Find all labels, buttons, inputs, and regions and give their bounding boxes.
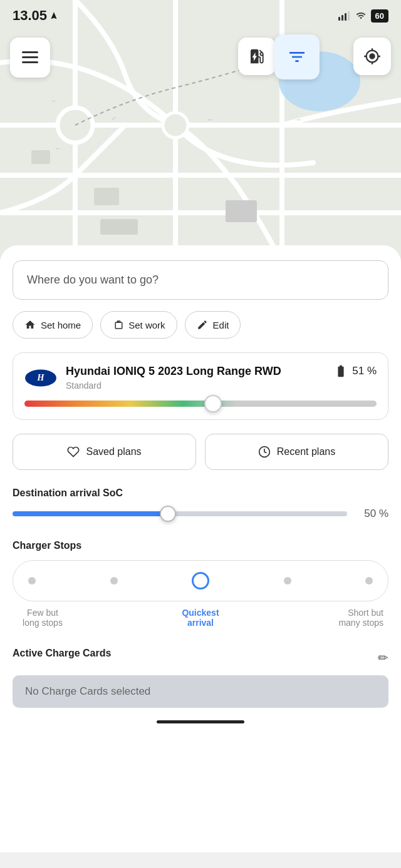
destination-soc-section: Destination arrival SoC 50 % bbox=[13, 488, 388, 520]
svg-rect-3 bbox=[348, 11, 350, 21]
vehicle-name: Hyundai IONIQ 5 2023 Long Range RWD bbox=[66, 364, 281, 379]
navigation-icon bbox=[49, 11, 58, 20]
destination-soc-label: Destination arrival SoC bbox=[13, 488, 388, 499]
wifi-icon bbox=[355, 11, 367, 21]
status-bar: 13.05 60 bbox=[0, 0, 401, 31]
action-buttons: Saved plans Recent plans bbox=[13, 434, 388, 470]
svg-text:→: → bbox=[294, 115, 302, 124]
stop-dot-3[interactable] bbox=[192, 572, 209, 590]
stop-label-few: Few butlong stops bbox=[18, 608, 68, 628]
briefcase-icon bbox=[112, 319, 123, 330]
search-bar[interactable]: Where do you want to go? bbox=[13, 260, 388, 300]
stop-label-mid bbox=[96, 608, 147, 628]
stop-dot-1[interactable] bbox=[28, 577, 36, 585]
map-background: ← ← → ↑ ↓ bbox=[0, 0, 401, 263]
charger-stops-section: Charger Stops Few butlong stops Quickest… bbox=[13, 540, 388, 628]
crosshair-icon bbox=[363, 48, 381, 65]
svg-point-12 bbox=[163, 113, 188, 138]
charger-stops-label: Charger Stops bbox=[13, 540, 388, 551]
vehicle-header: H Hyundai IONIQ 5 2023 Long Range RWD St… bbox=[24, 364, 377, 391]
recent-plans-label: Recent plans bbox=[277, 446, 335, 457]
edit-label: Edit bbox=[213, 320, 229, 330]
filter-icon bbox=[287, 47, 307, 67]
bottom-sheet: Where do you want to go? Set home Set wo… bbox=[0, 245, 401, 852]
stop-label-mid2 bbox=[254, 608, 305, 628]
set-home-label: Set home bbox=[41, 320, 81, 330]
soc-thumb[interactable] bbox=[160, 506, 176, 522]
charger-labels: Few butlong stops Quickestarrival Short … bbox=[13, 608, 388, 628]
set-work-button[interactable]: Set work bbox=[100, 311, 177, 339]
svg-rect-23 bbox=[22, 51, 38, 53]
soc-track bbox=[13, 511, 347, 516]
svg-rect-25 bbox=[22, 61, 38, 63]
soc-unit: % bbox=[379, 508, 388, 519]
status-icons: 60 bbox=[338, 9, 388, 23]
set-work-label: Set work bbox=[128, 320, 165, 330]
heart-icon bbox=[67, 446, 80, 458]
vehicle-card: H Hyundai IONIQ 5 2023 Long Range RWD St… bbox=[13, 352, 388, 420]
svg-rect-24 bbox=[22, 56, 38, 58]
charge-cards-header: Active Charge Cards ✏ bbox=[13, 648, 388, 668]
soc-row: 50 % bbox=[13, 508, 388, 520]
battery-level-display: 51 % bbox=[334, 364, 377, 378]
stop-dot-2[interactable] bbox=[110, 577, 118, 585]
battery-status-icon bbox=[334, 364, 348, 378]
svg-rect-17 bbox=[100, 219, 138, 235]
edit-icon bbox=[197, 319, 208, 330]
battery-value: 60 bbox=[375, 11, 384, 21]
vehicle-text: Hyundai IONIQ 5 2023 Long Range RWD Stan… bbox=[66, 364, 281, 391]
svg-rect-0 bbox=[338, 17, 340, 21]
soc-slider[interactable] bbox=[13, 511, 347, 516]
svg-rect-2 bbox=[345, 13, 346, 21]
svg-text:H: H bbox=[36, 372, 44, 382]
soc-value: 50 % bbox=[357, 508, 388, 520]
search-placeholder: Where do you want to go? bbox=[27, 273, 159, 286]
status-time: 13.05 bbox=[13, 8, 58, 24]
charger-stops-track[interactable] bbox=[13, 560, 388, 601]
edit-charge-cards-button[interactable]: ✏ bbox=[378, 650, 388, 665]
set-home-button[interactable]: Set home bbox=[13, 311, 93, 339]
hyundai-logo: H bbox=[24, 367, 57, 389]
time-display: 13.05 bbox=[13, 8, 47, 24]
svg-text:↓: ↓ bbox=[55, 147, 63, 151]
vehicle-trim: Standard bbox=[66, 380, 281, 391]
saved-plans-label: Saved plans bbox=[86, 446, 141, 457]
stop-dot-4[interactable] bbox=[284, 577, 291, 585]
battery-display: 60 bbox=[371, 9, 388, 23]
hyundai-brand-logo: H bbox=[24, 369, 57, 387]
vehicle-info: H Hyundai IONIQ 5 2023 Long Range RWD St… bbox=[24, 364, 281, 391]
svg-rect-1 bbox=[341, 15, 343, 21]
recent-plans-button[interactable]: Recent plans bbox=[205, 434, 388, 470]
svg-rect-15 bbox=[31, 150, 50, 164]
filter-button[interactable] bbox=[274, 34, 320, 79]
clock-icon bbox=[258, 446, 271, 458]
menu-button[interactable] bbox=[10, 38, 50, 78]
location-button[interactable] bbox=[353, 38, 391, 75]
signal-icon bbox=[338, 11, 351, 21]
charge-cards-label: Active Charge Cards bbox=[13, 648, 111, 659]
saved-plans-button[interactable]: Saved plans bbox=[13, 434, 196, 470]
hamburger-icon bbox=[22, 51, 38, 64]
battery-thumb[interactable] bbox=[204, 395, 222, 412]
charge-cards-section: Active Charge Cards ✏ No Charge Cards se… bbox=[13, 648, 388, 708]
svg-rect-16 bbox=[226, 200, 257, 222]
battery-track bbox=[24, 401, 377, 407]
charging-station-icon bbox=[247, 47, 266, 66]
quick-actions: Set home Set work Edit bbox=[13, 311, 388, 339]
svg-text:←: ← bbox=[207, 115, 214, 124]
edit-button[interactable]: Edit bbox=[185, 311, 241, 339]
stop-label-quickest: Quickestarrival bbox=[175, 608, 226, 628]
battery-percentage: 51 % bbox=[352, 365, 377, 377]
map-area[interactable]: 13.05 60 bbox=[0, 0, 401, 263]
svg-text:↑: ↑ bbox=[49, 100, 58, 103]
no-charge-cards-button[interactable]: No Charge Cards selected bbox=[13, 675, 388, 708]
station-button[interactable] bbox=[238, 38, 276, 75]
svg-rect-14 bbox=[94, 188, 119, 205]
stop-dot-5[interactable] bbox=[365, 577, 373, 585]
home-indicator bbox=[157, 720, 244, 723]
battery-slider[interactable] bbox=[24, 401, 377, 407]
home-icon bbox=[24, 319, 36, 330]
stop-label-short: Short butmany stops bbox=[333, 608, 383, 628]
soc-number: 50 bbox=[364, 508, 376, 519]
